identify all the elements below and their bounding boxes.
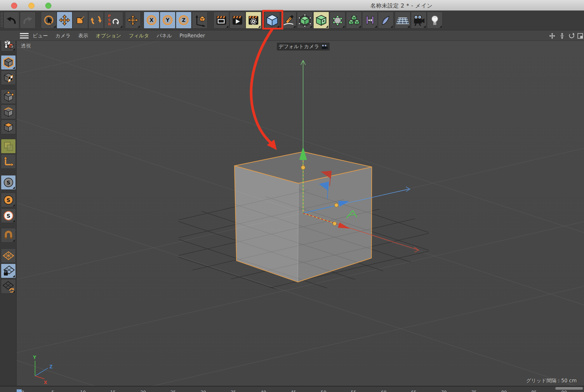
y-axis-lock-button[interactable]: Y [160, 12, 175, 29]
character-tool-button[interactable] [362, 12, 378, 29]
viewport-canvas[interactable]: Y Z X 透視 [17, 41, 584, 386]
timeline-mark-90: 90 [561, 390, 567, 392]
edge-mode-button[interactable] [1, 104, 16, 119]
render-settings-button[interactable] [246, 12, 261, 29]
coordinate-system-icon [193, 14, 206, 27]
main-toolbar: P S R X Y Z [0, 11, 584, 30]
axis-indicator: Y Z X [33, 355, 53, 385]
svg-text:X: X [150, 17, 154, 23]
viewport-maximize-control[interactable] [576, 32, 584, 40]
timeline-mark-55: 55 [351, 390, 356, 392]
coordinate-system-button[interactable] [192, 12, 208, 29]
bend-deformer-icon [379, 14, 392, 27]
viewport-menu-button[interactable] [20, 33, 29, 39]
snap-mode-button[interactable]: S [1, 193, 16, 207]
magnet-snap-button[interactable] [1, 228, 16, 243]
workplane-icon [2, 250, 15, 262]
viewport-dolly-control[interactable] [558, 32, 566, 40]
bend-deformer-button[interactable] [378, 12, 394, 29]
redo-button[interactable] [20, 12, 36, 29]
camera-label[interactable]: デフォルトカメラ [277, 43, 330, 50]
move-locked-button[interactable] [125, 12, 141, 29]
scene-camera-button[interactable] [411, 12, 427, 29]
gizmo-z-handle[interactable] [335, 203, 338, 207]
model-mode-icon [3, 57, 14, 68]
timeline-mark-45: 45 [291, 390, 296, 392]
timeline-ruler[interactable]: 051015202530354045505560657075808590 [0, 386, 584, 392]
render-button[interactable] [230, 12, 245, 29]
floor-object-icon [396, 13, 409, 27]
magnet-icon [3, 229, 14, 241]
camera-label-text: デフォルトカメラ [279, 43, 319, 50]
axis-mode-button[interactable] [1, 154, 16, 169]
z-axis-lock-button[interactable]: Z [176, 12, 192, 29]
viewport-3d-scene: Y Z X [17, 41, 584, 386]
subdivision-surface-button[interactable] [297, 12, 313, 29]
subdivision-surface-icon [298, 14, 311, 27]
tweak-mode-button[interactable] [1, 139, 16, 154]
spline-pen-icon [282, 14, 295, 27]
menu-item-2[interactable]: 表示 [78, 32, 88, 39]
viewport-menu-items: ビューカメラ表示オプションフィルタパネルProRender [33, 32, 213, 39]
orbit-icon [568, 32, 575, 39]
generator-icon [315, 14, 328, 27]
close-button[interactable] [11, 3, 17, 9]
texture-mode-icon [3, 72, 14, 83]
light-object-button[interactable] [427, 12, 443, 29]
timeline-mark-60: 60 [381, 390, 386, 392]
snap-enable-button[interactable]: S [1, 175, 16, 190]
modeling-object-button[interactable] [330, 12, 345, 29]
menu-item-5[interactable]: パネル [157, 32, 172, 39]
workplane-button[interactable] [1, 248, 16, 263]
gizmo-y-handle[interactable] [301, 165, 305, 170]
render-view-button[interactable] [213, 12, 229, 29]
move-tool-icon [58, 14, 71, 26]
psr-last-tool-button[interactable]: P S R [104, 12, 123, 29]
workplane-lock-button[interactable] [1, 264, 16, 278]
cloner-button[interactable] [346, 12, 362, 29]
zoom-button[interactable] [45, 3, 51, 9]
toolbar-grip[interactable] [1, 13, 3, 27]
timeline-mark-15: 15 [110, 390, 116, 392]
axis-mode-icon [3, 156, 14, 167]
spline-pen-button[interactable] [281, 12, 296, 29]
add-cube-primitive-button[interactable] [264, 12, 280, 29]
menu-item-4[interactable]: フィルタ [129, 32, 149, 39]
menu-item-1[interactable]: カメラ [55, 32, 71, 39]
scale-tool-button[interactable] [72, 12, 88, 29]
move-axes-icon [127, 14, 139, 26]
texture-mode-button[interactable] [1, 70, 16, 85]
undo-button[interactable] [4, 12, 19, 29]
render-icon [231, 14, 244, 27]
polygon-mode-button[interactable] [1, 120, 16, 134]
generator-button[interactable] [313, 12, 329, 29]
menu-item-0[interactable]: ビュー [33, 32, 48, 39]
camera-label-icon [321, 44, 328, 49]
snap-settings-button[interactable]: S [1, 208, 16, 223]
model-mode-button[interactable] [1, 55, 16, 70]
viewport-rotate-control[interactable] [568, 32, 575, 40]
live-selection-button[interactable] [41, 12, 57, 29]
minimize-button[interactable] [28, 3, 34, 9]
gizmo-x-handle[interactable] [333, 222, 337, 226]
viewport-pan-control[interactable] [548, 32, 556, 40]
timeline-mark-85: 85 [531, 390, 537, 392]
perspective-view-label[interactable]: 透視 [21, 43, 31, 49]
x-axis-lock-button[interactable]: X [144, 12, 159, 29]
maximize-icon [577, 32, 584, 39]
workplane-lock-icon [2, 265, 15, 277]
svg-text:S: S [6, 180, 10, 186]
floor-object-button[interactable] [395, 12, 411, 29]
rotate-tool-button[interactable] [88, 12, 104, 29]
workplane-align-button[interactable] [1, 279, 16, 294]
svg-text:S: S [6, 197, 10, 203]
move-tool-button[interactable] [57, 12, 72, 29]
timeline-scrollbar-end[interactable] [555, 387, 583, 390]
pan-icon [549, 32, 556, 39]
menu-item-3[interactable]: オプション [96, 32, 121, 39]
timeline-current-frame-marker[interactable] [17, 389, 22, 392]
point-mode-button[interactable] [1, 89, 16, 104]
menu-item-6[interactable]: ProRender [180, 33, 205, 39]
tweak-mode-icon [3, 140, 14, 152]
render-view-icon [215, 14, 228, 27]
